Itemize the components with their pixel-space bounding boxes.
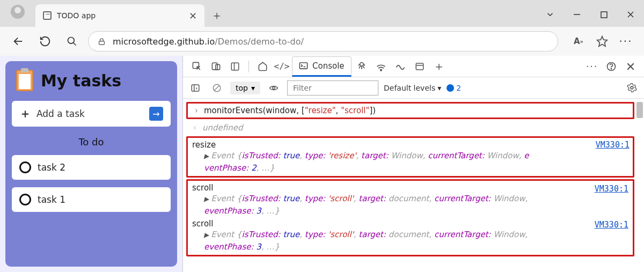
event-detail: ▶Event {isTrusted: true, type: 'scroll',… [192,193,628,217]
svg-rect-12 [231,63,239,70]
svg-rect-7 [99,41,105,44]
chevron-down-icon[interactable] [537,2,564,27]
console-event-row[interactable]: VM330:1 scroll ▶Event {isTrusted: true, … [189,182,632,218]
command-text: monitorEvents(window, ["resize", "scroll… [204,106,376,115]
url-input[interactable]: microsoftedge.github.io/Demos/demo-to-do… [88,31,558,52]
svg-rect-18 [416,63,423,70]
undefined-label: undefined [202,123,243,133]
read-aloud-button[interactable]: A» [568,31,589,52]
window-maximize-button[interactable] [590,2,617,27]
page-viewport: My tasks ＋ Add a task → To do task 2 tas… [0,56,182,272]
console-event-row[interactable]: VM330:1 resize ▶Event {isTrusted: true, … [186,136,634,178]
event-name: scroll [192,183,628,193]
new-tab-button[interactable]: ＋ [204,4,229,27]
content-area: My tasks ＋ Add a task → To do task 2 tas… [0,56,644,272]
sidebar-toggle-button[interactable] [187,80,203,96]
sources-tab-button[interactable] [353,57,371,76]
tab-close-button[interactable]: ✕ [189,10,197,21]
dock-side-button[interactable] [226,57,244,76]
console-tab[interactable]: Console [292,56,352,77]
task-item[interactable]: task 2 [12,155,171,180]
device-toolbar-button[interactable] [207,57,225,76]
console-settings-button[interactable] [624,80,640,96]
window-controls [537,2,644,27]
checkbox-icon[interactable] [19,161,31,173]
performance-tab-button[interactable] [391,57,409,76]
svg-marker-8 [597,36,607,46]
source-link[interactable]: VM330:1 [595,184,628,194]
search-button[interactable] [61,31,83,52]
svg-line-27 [215,85,219,90]
svg-point-28 [273,86,275,89]
inspect-element-button[interactable] [187,57,206,76]
refresh-button[interactable] [34,31,56,52]
source-link[interactable]: VM330:1 [596,140,630,150]
input-caret-icon: › [193,106,200,115]
app-title: My tasks [41,71,121,90]
devtools-close-button[interactable] [621,57,640,76]
devtools-toolbar: </> Console ＋ ··· [183,56,644,77]
chevron-down-icon: ▾ [437,84,441,92]
levels-label: Default levels [384,84,435,92]
svg-point-16 [360,62,363,66]
event-detail: ▶Event {isTrusted: true, type: 'resize',… [192,150,628,174]
console-command-row[interactable]: › monitorEvents(window, ["resize", "scro… [186,102,634,119]
welcome-tab-button[interactable] [253,57,272,76]
svg-rect-11 [215,64,219,69]
svg-line-6 [74,43,76,46]
elements-tab-button[interactable]: </> [273,57,291,76]
log-levels-selector[interactable]: Default levels ▾ [384,84,441,92]
source-link[interactable]: VM330:1 [595,220,628,230]
task-label: task 2 [38,162,65,173]
browser-tab[interactable]: TODO app ✕ [35,4,204,27]
event-detail: ▶Event {isTrusted: true, type: 'scroll',… [192,229,628,253]
svg-rect-10 [212,63,217,70]
favorite-button[interactable] [591,31,613,52]
clipboard-icon [16,70,33,91]
console-output[interactable]: › monitorEvents(window, ["resize", "scro… [183,99,644,272]
profile-button[interactable] [4,1,31,23]
scrollbar-thumb[interactable] [636,102,643,118]
submit-task-button[interactable]: → [149,107,163,121]
svg-point-29 [631,86,633,89]
event-name: resize [192,140,628,150]
window-close-button[interactable] [617,2,644,27]
clear-console-button[interactable] [209,80,225,96]
svg-point-5 [68,38,75,44]
back-button[interactable] [8,31,29,52]
issue-dot-icon [447,84,454,92]
issues-count: 2 [456,84,461,92]
profile-icon [11,5,25,19]
more-tabs-button[interactable]: ＋ [430,57,448,76]
filter-input[interactable] [287,80,378,95]
help-button[interactable] [602,57,620,76]
more-button[interactable]: ··· [615,31,636,52]
window-minimize-button[interactable] [564,2,590,27]
url-text: microsoftedge.github.io/Demos/demo-to-do… [113,36,304,47]
output-caret-icon: ‹ [192,123,198,133]
expand-icon[interactable]: ▶ [204,195,209,203]
checkbox-icon[interactable] [19,194,31,205]
app-header: My tasks [12,68,171,93]
window-titlebar: TODO app ✕ ＋ [0,0,644,27]
application-tab-button[interactable] [411,57,429,76]
context-selector[interactable]: top ▾ [230,82,260,94]
task-item[interactable]: task 1 [12,187,171,212]
svg-rect-14 [299,63,307,69]
console-event-group: VM330:1 scroll ▶Event {isTrusted: true, … [186,179,634,256]
section-label: To do [12,136,171,148]
network-tab-button[interactable] [372,57,390,76]
add-task-input[interactable]: ＋ Add a task → [12,101,171,127]
live-expression-button[interactable] [266,80,282,96]
issues-button[interactable]: 2 [447,84,461,92]
event-name: scroll [192,219,628,229]
tab-title: TODO app [57,11,184,20]
lock-icon [97,37,106,46]
expand-icon[interactable]: ▶ [204,152,209,160]
console-result-row[interactable]: ‹ undefined [186,121,634,135]
console-event-row[interactable]: VM330:1 scroll ▶Event {isTrusted: true, … [189,218,632,254]
expand-icon[interactable]: ▶ [204,231,209,239]
add-task-placeholder: Add a task [36,108,85,119]
plus-icon: ＋ [19,106,31,122]
devtools-more-button[interactable]: ··· [583,57,601,76]
